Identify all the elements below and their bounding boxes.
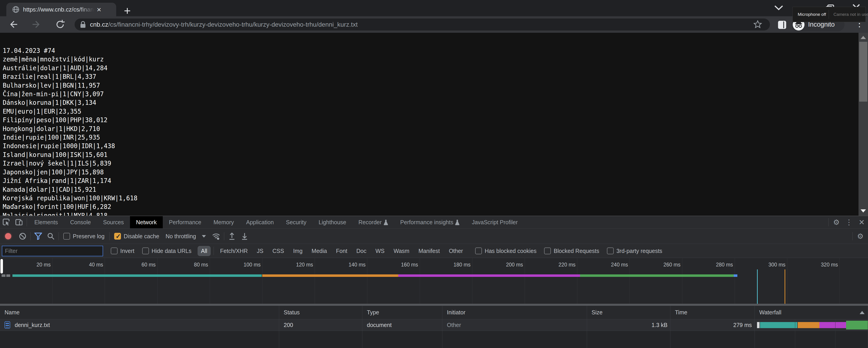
globe-favicon-icon — [12, 6, 20, 13]
filter-input[interactable] — [2, 246, 103, 256]
overview-segment-connection — [12, 274, 262, 277]
network-settings-icon[interactable]: ⚙ — [854, 230, 867, 242]
disable-cache-checkbox[interactable]: Disable cache — [114, 233, 159, 240]
blocked-requests-checkbox[interactable]: Blocked Requests — [544, 247, 599, 254]
page-scrollbar[interactable] — [859, 33, 868, 216]
filter-chip-other[interactable]: Other — [445, 246, 467, 256]
hide-data-urls-checkbox[interactable]: Hide data URLs — [142, 247, 191, 254]
table-row[interactable]: denni_kurz.txt 200 document Other 1.3 kB… — [0, 319, 868, 331]
browser-tab[interactable]: https://www.cnb.cz/cs/financni-tr × — [6, 3, 116, 16]
row-waterfall[interactable] — [755, 319, 868, 331]
col-header-status[interactable]: Status — [279, 306, 362, 319]
address-bar[interactable]: cnb.cz/cs/financni-trhy/devizovy-trh/kur… — [74, 19, 770, 31]
col-header-time[interactable]: Time — [671, 306, 755, 319]
side-panel-icon[interactable] — [778, 21, 786, 29]
tab-sources[interactable]: Sources — [97, 216, 130, 228]
scrollbar-thumb[interactable] — [859, 42, 867, 102]
devtools-settings-icon[interactable]: ⚙ — [830, 216, 843, 228]
tab-console[interactable]: Console — [64, 216, 97, 228]
search-icon[interactable] — [44, 230, 57, 243]
panel-splitter[interactable] — [0, 304, 868, 306]
checkbox[interactable] — [114, 233, 121, 240]
checkbox[interactable] — [63, 233, 70, 240]
back-button[interactable] — [8, 20, 18, 29]
checkbox[interactable] — [111, 247, 118, 254]
tab-search-chevron-icon[interactable] — [774, 5, 783, 11]
network-filter-row: Invert Hide data URLs All Fetch/XHR JS C… — [0, 244, 868, 258]
filter-chip-ws[interactable]: WS — [372, 246, 388, 256]
filter-chip-manifest[interactable]: Manifest — [415, 246, 443, 256]
filter-chip-doc[interactable]: Doc — [353, 246, 370, 256]
tab-memory[interactable]: Memory — [207, 216, 240, 228]
tab-performance[interactable]: Performance — [163, 216, 207, 228]
scroll-down-arrow-icon[interactable] — [861, 209, 866, 212]
filter-chip-all[interactable]: All — [197, 246, 211, 256]
new-tab-button[interactable]: + — [124, 4, 131, 18]
throttling-dropdown[interactable]: No throttling — [165, 233, 196, 240]
request-type-cell[interactable]: document — [362, 319, 442, 331]
forward-button[interactable] — [32, 20, 41, 29]
export-har-icon[interactable] — [238, 230, 251, 243]
tab-performance-insights[interactable]: Performance insights — [394, 216, 466, 228]
reload-button[interactable] — [55, 20, 65, 29]
request-initiator-cell[interactable]: Other — [442, 319, 587, 331]
col-header-initiator[interactable]: Initiator — [442, 306, 587, 319]
checkbox[interactable] — [544, 247, 551, 254]
text-line: Malajsie|ringgit|1|MYR|4,818 — [3, 211, 855, 216]
checkbox[interactable] — [142, 247, 149, 254]
text-line: Jižní Afrika|rand|1|ZAR|1,174 — [3, 176, 855, 185]
filter-chip-font[interactable]: Font — [333, 246, 350, 256]
third-party-requests-checkbox[interactable]: 3rd-party requests — [607, 247, 662, 254]
tab-lighthouse[interactable]: Lighthouse — [312, 216, 352, 228]
preserve-log-checkbox[interactable]: Preserve log — [63, 233, 104, 240]
text-line: 17.04.2023 #74 — [3, 46, 855, 55]
scroll-up-arrow-icon[interactable] — [861, 36, 866, 39]
tab-close-icon[interactable]: × — [97, 3, 101, 16]
col-header-waterfall[interactable]: Waterfall — [755, 306, 868, 319]
request-name-cell[interactable]: denni_kurz.txt — [0, 319, 279, 331]
filter-chip-css[interactable]: CSS — [269, 246, 287, 256]
filter-chip-wasm[interactable]: Wasm — [390, 246, 413, 256]
text-line: Korejská republika|won|100|KRW|1,618 — [3, 194, 855, 202]
checkbox[interactable] — [475, 247, 482, 254]
network-overview[interactable]: 20 ms40 ms60 ms80 ms100 ms120 ms140 ms16… — [0, 258, 868, 304]
tab-recorder[interactable]: Recorder — [352, 216, 394, 228]
invert-checkbox[interactable]: Invert — [111, 247, 134, 254]
devtools-close-icon[interactable]: × — [855, 216, 868, 228]
filter-funnel-icon[interactable] — [32, 230, 44, 243]
request-time-cell[interactable]: 279 ms — [671, 319, 755, 331]
chevron-down-icon[interactable] — [202, 235, 206, 238]
plain-text-body: 17.04.2023 #74země|měna|množství|kód|kur… — [3, 46, 855, 216]
filter-chip-fetch-xhr[interactable]: Fetch/XHR — [217, 246, 251, 256]
col-header-size[interactable]: Size — [587, 306, 671, 319]
col-header-type[interactable]: Type — [362, 306, 442, 319]
request-size-cell[interactable]: 1.3 kB — [587, 319, 671, 331]
network-conditions-icon[interactable] — [210, 230, 223, 243]
bookmark-star-icon[interactable] — [753, 20, 762, 29]
tab-network[interactable]: Network — [130, 216, 163, 228]
ruler-tick: 160 ms — [367, 258, 420, 269]
tab-security[interactable]: Security — [280, 216, 312, 228]
filter-chip-img[interactable]: Img — [290, 246, 306, 256]
overview-window-handle[interactable] — [0, 259, 3, 274]
lock-icon[interactable] — [80, 21, 86, 28]
has-blocked-cookies-checkbox[interactable]: Has blocked cookies — [475, 247, 536, 254]
devtools-more-icon[interactable]: ⋮ — [843, 216, 855, 228]
filter-chip-media[interactable]: Media — [308, 246, 330, 256]
camera-status-text: Camera not in use — [833, 12, 868, 17]
waterfall-segment-queueing — [757, 322, 760, 328]
inspect-element-icon[interactable] — [0, 216, 13, 228]
tab-application[interactable]: Application — [240, 216, 280, 228]
record-button[interactable] — [5, 233, 11, 239]
text-line: Izrael|nový šekel|1|ILS|5,839 — [3, 159, 855, 168]
text-line: Bulharsko|lev|1|BGN|11,957 — [3, 81, 855, 90]
filter-chip-js[interactable]: JS — [253, 246, 267, 256]
tab-javascript-profiler[interactable]: JavaScript Profiler — [466, 216, 524, 228]
import-har-icon[interactable] — [225, 230, 238, 243]
tab-elements[interactable]: Elements — [28, 216, 64, 228]
request-status-cell[interactable]: 200 — [279, 319, 362, 331]
col-header-name[interactable]: Name — [0, 306, 279, 319]
device-toolbar-icon[interactable] — [13, 216, 25, 228]
clear-button[interactable] — [16, 230, 29, 243]
checkbox[interactable] — [607, 247, 614, 254]
